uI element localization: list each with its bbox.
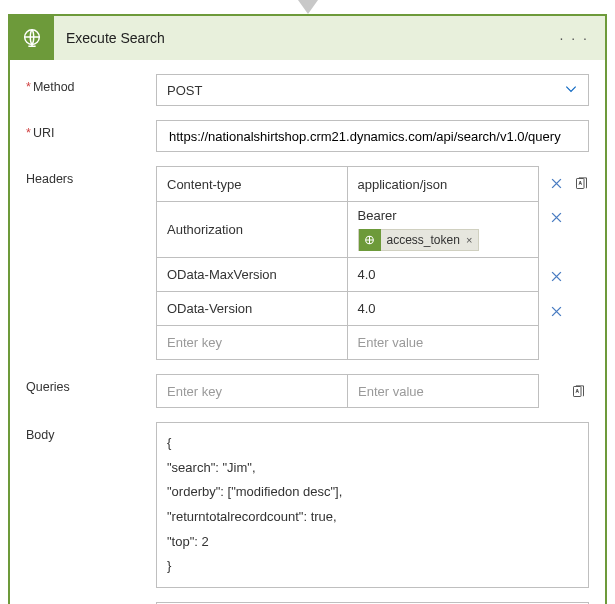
delete-row-button[interactable] xyxy=(545,201,567,259)
header-row-empty: Enter key Enter value xyxy=(157,325,538,359)
queries-table: Enter key Enter value xyxy=(156,374,539,408)
header-row: Content-type application/json xyxy=(157,167,538,201)
method-value: POST xyxy=(167,83,202,98)
header-row: Authorization Bearer access_tok xyxy=(157,201,538,257)
globe-icon xyxy=(10,16,54,60)
action-header: Execute Search · · · xyxy=(10,16,605,60)
action-card: Execute Search · · · Method POST URI xyxy=(8,14,607,604)
uri-value[interactable] xyxy=(167,128,578,145)
bearer-label: Bearer xyxy=(358,208,397,223)
header-key[interactable]: Authorization xyxy=(157,202,348,257)
remove-token-button[interactable]: × xyxy=(466,234,472,246)
header-row: OData-Version 4.0 xyxy=(157,291,538,325)
connector-arrow-icon xyxy=(298,0,318,14)
delete-row-button[interactable] xyxy=(545,259,567,294)
query-key-input[interactable]: Enter key xyxy=(157,375,348,407)
more-menu-button[interactable]: · · · xyxy=(554,30,595,46)
header-value[interactable]: Bearer access_token × xyxy=(348,202,539,257)
query-value-input[interactable]: Enter value xyxy=(348,375,538,407)
header-key[interactable]: Content-type xyxy=(157,167,348,201)
header-value[interactable]: application/json xyxy=(348,167,539,201)
token-chip[interactable]: access_token × xyxy=(358,229,480,251)
switch-mode-button[interactable] xyxy=(570,166,592,201)
header-value-input[interactable]: Enter value xyxy=(348,326,539,359)
header-value[interactable]: 4.0 xyxy=(348,292,539,325)
chevron-down-icon xyxy=(564,82,578,99)
method-select[interactable]: POST xyxy=(156,74,589,106)
uri-label: URI xyxy=(26,120,156,140)
method-label: Method xyxy=(26,74,156,94)
delete-row-button[interactable] xyxy=(545,166,567,201)
globe-icon xyxy=(359,229,381,251)
delete-row-button[interactable] xyxy=(545,294,567,329)
uri-input[interactable] xyxy=(156,120,589,152)
token-name: access_token xyxy=(387,233,460,247)
body-label: Body xyxy=(26,422,156,442)
action-title: Execute Search xyxy=(54,30,554,46)
header-key[interactable]: OData-MaxVersion xyxy=(157,258,348,291)
header-key-input[interactable]: Enter key xyxy=(157,326,348,359)
body-input[interactable]: { "search": "Jim", "orderby": ["modified… xyxy=(156,422,589,588)
headers-table: Content-type application/json Authorizat… xyxy=(156,166,539,360)
header-row: OData-MaxVersion 4.0 xyxy=(157,257,538,291)
queries-label: Queries xyxy=(26,374,156,394)
header-value[interactable]: 4.0 xyxy=(348,258,539,291)
switch-mode-button[interactable] xyxy=(567,374,589,408)
header-key[interactable]: OData-Version xyxy=(157,292,348,325)
headers-label: Headers xyxy=(26,166,156,186)
